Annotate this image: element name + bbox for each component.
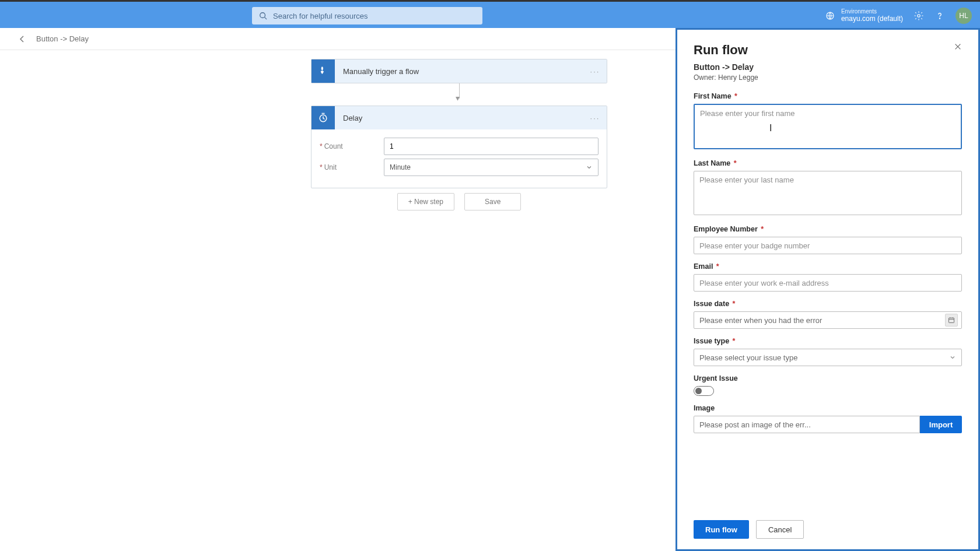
save-button[interactable]: Save: [464, 193, 521, 210]
panel-title: Run flow: [694, 43, 748, 58]
svg-rect-6: [949, 318, 954, 322]
first-name-input[interactable]: [694, 104, 962, 149]
issue-date-label: Issue date *: [694, 300, 962, 308]
settings-button[interactable]: [914, 10, 924, 21]
environment-picker[interactable]: Environments enayu.com (default): [825, 8, 903, 23]
delay-icon: [312, 106, 335, 129]
last-name-input[interactable]: [694, 171, 962, 215]
global-search[interactable]: [252, 7, 482, 24]
chevron-down-icon: [586, 164, 593, 171]
connector-arrow-icon: ▾: [456, 93, 460, 103]
text-cursor-icon: I: [769, 123, 772, 134]
last-name-label: Last Name *: [694, 159, 962, 167]
svg-point-0: [260, 13, 265, 18]
run-flow-panel: Run flow Button -> Delay Owner: Henry Le…: [676, 28, 980, 551]
help-icon: [935, 10, 945, 21]
trigger-title: Manually trigger a flow: [335, 67, 583, 76]
employee-number-input[interactable]: [694, 237, 962, 254]
cancel-button[interactable]: Cancel: [756, 520, 804, 539]
canvas-actions: + New step Save: [311, 193, 607, 210]
search-icon: [259, 12, 267, 20]
environment-name: enayu.com (default): [841, 15, 903, 23]
email-input[interactable]: [694, 274, 962, 292]
calendar-icon: [945, 314, 958, 327]
breadcrumb-title: Button -> Delay: [36, 34, 89, 43]
svg-point-3: [918, 15, 921, 17]
image-input[interactable]: Please post an image of the err...: [694, 416, 920, 433]
employee-number-label: Employee Number *: [694, 225, 962, 233]
help-button[interactable]: [935, 10, 945, 21]
environment-icon: [825, 10, 835, 21]
trigger-icon: [312, 59, 335, 83]
first-name-label: First Name *: [694, 92, 962, 100]
import-button[interactable]: Import: [920, 416, 962, 433]
svg-line-1: [265, 17, 267, 20]
back-icon[interactable]: [18, 34, 27, 44]
close-panel-button[interactable]: [954, 43, 962, 52]
issue-type-label: Issue type *: [694, 337, 962, 345]
count-input[interactable]: [384, 138, 598, 155]
run-flow-button[interactable]: Run flow: [694, 520, 749, 539]
close-icon: [954, 43, 962, 51]
unit-select[interactable]: Minute: [384, 159, 598, 176]
environment-label: Environments: [841, 8, 903, 15]
top-bar: Environments enayu.com (default) HL: [0, 0, 980, 28]
delay-title: Delay: [335, 114, 583, 122]
trigger-card[interactable]: Manually trigger a flow ···: [311, 59, 607, 83]
search-input[interactable]: [273, 12, 475, 20]
new-step-button[interactable]: + New step: [397, 193, 454, 210]
count-label: *Count: [320, 142, 384, 150]
flow-canvas: Manually trigger a flow ··· ▾ Delay ··· …: [0, 50, 676, 551]
urgent-issue-label: Urgent Issue: [694, 374, 962, 382]
delay-card[interactable]: Delay ··· *Count *Unit Minute: [311, 106, 607, 188]
image-label: Image: [694, 404, 962, 412]
chevron-down-icon: [949, 354, 956, 361]
urgent-issue-toggle[interactable]: [694, 386, 714, 396]
unit-label: *Unit: [320, 163, 384, 171]
trigger-more-button[interactable]: ···: [583, 67, 607, 76]
issue-type-select[interactable]: Please select your issue type: [694, 349, 962, 366]
issue-date-input[interactable]: Please enter when you had the error: [694, 311, 962, 329]
svg-point-4: [939, 18, 940, 19]
panel-flow-name: Button -> Delay: [694, 62, 962, 72]
panel-owner: Owner: Henry Legge: [694, 73, 962, 82]
delay-more-button[interactable]: ···: [583, 114, 607, 122]
gear-icon: [914, 10, 924, 21]
avatar[interactable]: HL: [956, 8, 972, 24]
email-label: Email *: [694, 262, 962, 271]
